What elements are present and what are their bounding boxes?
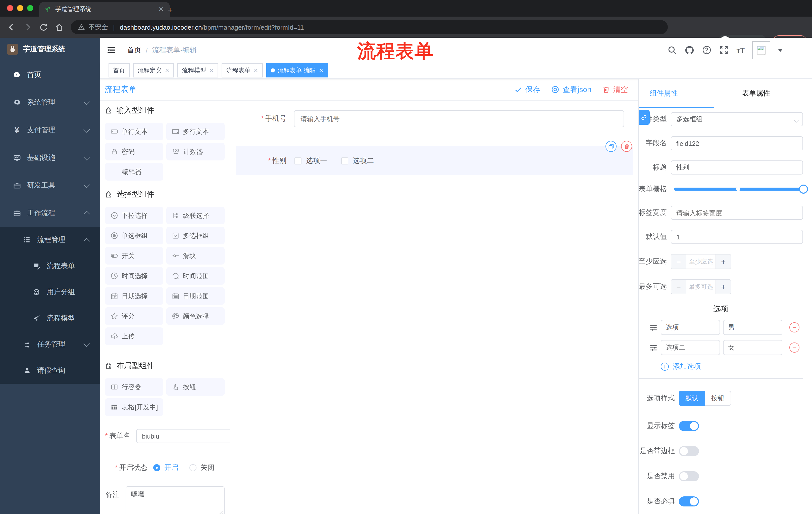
component-color-picker[interactable]: 颜色选择: [166, 307, 225, 325]
component-switch[interactable]: 开关: [105, 247, 163, 265]
style-default-button[interactable]: 默认: [679, 391, 705, 406]
gender-option-1-checkbox[interactable]: 选项一: [294, 156, 327, 165]
title-input[interactable]: [671, 160, 803, 174]
tab-form-props[interactable]: 表单属性: [742, 89, 770, 98]
delete-component-icon[interactable]: [621, 141, 632, 152]
copy-component-icon[interactable]: [606, 141, 616, 152]
tab-close-icon[interactable]: ✕: [157, 5, 165, 13]
sidebar-item-leave-query[interactable]: 请假查询: [0, 358, 100, 384]
tag-process-model[interactable]: 流程模型✕: [177, 63, 218, 77]
component-select[interactable]: 下拉选择: [105, 207, 163, 224]
minimize-window-button[interactable]: [17, 5, 23, 11]
canvas-field-gender-selected[interactable]: *性别 选项一 选项二: [236, 146, 633, 175]
component-time-range[interactable]: 时间范围: [166, 267, 225, 285]
sidebar-item-user-group[interactable]: 用户分组: [0, 279, 100, 305]
component-date-picker[interactable]: 日期选择: [105, 287, 163, 305]
sidebar-item-home[interactable]: 首页: [0, 61, 100, 88]
component-button[interactable]: 按钮: [166, 378, 225, 396]
component-password[interactable]: 密码: [105, 143, 163, 160]
component-single-text[interactable]: 单行文本: [105, 123, 163, 140]
gender-option-2-checkbox[interactable]: 选项二: [341, 156, 374, 165]
drag-handle-icon[interactable]: [649, 343, 658, 352]
component-multi-text[interactable]: 多行文本: [166, 123, 225, 140]
sidebar-item-process-model[interactable]: 流程模型: [0, 305, 100, 331]
style-button-button[interactable]: 按钮: [705, 391, 731, 406]
maximize-window-button[interactable]: [27, 5, 33, 11]
reload-icon[interactable]: [39, 23, 48, 31]
component-cascader[interactable]: 级联选择: [166, 207, 225, 224]
avatar-dropdown-caret-icon[interactable]: [778, 49, 783, 52]
component-type-select[interactable]: [671, 112, 803, 126]
tag-home[interactable]: 首页: [109, 63, 129, 77]
option-label-input[interactable]: [661, 320, 720, 335]
back-icon[interactable]: [7, 23, 16, 32]
stepper-increase-button[interactable]: ＋: [716, 254, 731, 269]
avatar[interactable]: [752, 41, 770, 59]
min-select-placeholder[interactable]: 至少应选: [686, 254, 716, 269]
remove-option-icon[interactable]: −: [789, 322, 800, 332]
forward-icon[interactable]: [23, 23, 32, 32]
sidebar-item-payment[interactable]: ¥ 支付管理: [0, 116, 100, 144]
new-tab-button[interactable]: ＋: [166, 4, 174, 16]
font-size-icon[interactable]: ᴛT: [736, 46, 745, 54]
add-option-link[interactable]: ＋ 添加选项: [661, 362, 803, 371]
sidebar-item-infra[interactable]: 基础设施: [0, 144, 100, 171]
link-icon[interactable]: [638, 110, 650, 125]
border-toggle[interactable]: [679, 446, 699, 456]
label-width-input[interactable]: [671, 206, 803, 220]
form-name-input[interactable]: [137, 429, 230, 443]
sidebar-item-task-mgmt[interactable]: 任务管理: [0, 331, 100, 358]
required-toggle[interactable]: [679, 496, 699, 507]
sidebar-item-devtools[interactable]: 研发工具: [0, 171, 100, 199]
component-date-range[interactable]: 日期范围: [166, 287, 225, 305]
component-checkbox-group[interactable]: 多选框组: [166, 227, 225, 244]
stepper-decrease-button[interactable]: −: [671, 254, 686, 269]
form-grid-slider[interactable]: [674, 188, 804, 191]
component-slider[interactable]: 滑块: [166, 247, 225, 265]
sidebar-item-workflow[interactable]: 工作流程: [0, 199, 100, 227]
component-table[interactable]: 表格[开发中]: [105, 398, 163, 416]
component-radio-group[interactable]: 单选框组: [105, 227, 163, 244]
sidebar-collapse-icon[interactable]: [107, 45, 116, 55]
save-button[interactable]: 保存: [515, 85, 541, 94]
window-controls[interactable]: [7, 5, 33, 11]
tag-close-icon[interactable]: ✕: [209, 67, 213, 74]
breadcrumb-home[interactable]: 首页: [127, 46, 141, 55]
tab-component-props[interactable]: 组件属性: [650, 89, 678, 98]
help-icon[interactable]: [702, 45, 712, 55]
tag-process-form[interactable]: 流程表单✕: [222, 63, 263, 77]
sidebar-item-system[interactable]: 系统管理: [0, 88, 100, 116]
component-counter[interactable]: 123计数器: [166, 143, 225, 160]
field-name-input[interactable]: [671, 136, 803, 151]
remove-option-icon[interactable]: −: [789, 343, 800, 353]
component-editor[interactable]: 编辑器: [105, 163, 163, 181]
component-rate[interactable]: 评分: [105, 307, 163, 325]
slider-handle[interactable]: [799, 185, 808, 194]
canvas-field-phone[interactable]: *手机号: [230, 110, 638, 127]
tag-close-icon[interactable]: ✕: [165, 67, 169, 74]
view-json-button[interactable]: 查看json: [551, 85, 591, 94]
show-label-toggle[interactable]: [679, 421, 699, 431]
drag-handle-icon[interactable]: [649, 323, 658, 332]
default-value-input[interactable]: [671, 230, 803, 244]
search-icon[interactable]: [668, 45, 677, 55]
component-time-picker[interactable]: 时间选择: [105, 267, 163, 285]
phone-input[interactable]: [294, 110, 624, 127]
sidebar-item-process-mgmt[interactable]: 流程管理: [0, 227, 100, 253]
fullscreen-icon[interactable]: [719, 45, 729, 55]
stepper-decrease-button[interactable]: −: [671, 280, 686, 294]
tag-close-icon[interactable]: ✕: [254, 67, 258, 74]
address-bar[interactable]: 不安全 | dashboard.yudao.iocoder.cn/bpm/man…: [71, 20, 668, 34]
resize-grip-icon[interactable]: [219, 511, 223, 514]
close-window-button[interactable]: [7, 5, 13, 11]
form-remark-textarea[interactable]: 嘿嘿: [126, 486, 225, 514]
max-select-placeholder[interactable]: 最多可选: [686, 280, 716, 294]
form-canvas[interactable]: *手机号 *性别: [230, 101, 638, 514]
stepper-increase-button[interactable]: ＋: [716, 280, 731, 294]
sidebar-item-process-form[interactable]: 流程表单: [0, 253, 100, 279]
browser-tab[interactable]: 芋道管理系统 ✕: [39, 2, 170, 17]
disabled-toggle[interactable]: [679, 471, 699, 481]
status-on-radio[interactable]: 开启: [153, 463, 178, 472]
status-off-radio[interactable]: 关闭: [190, 463, 214, 472]
tag-close-icon[interactable]: ✕: [319, 67, 323, 74]
